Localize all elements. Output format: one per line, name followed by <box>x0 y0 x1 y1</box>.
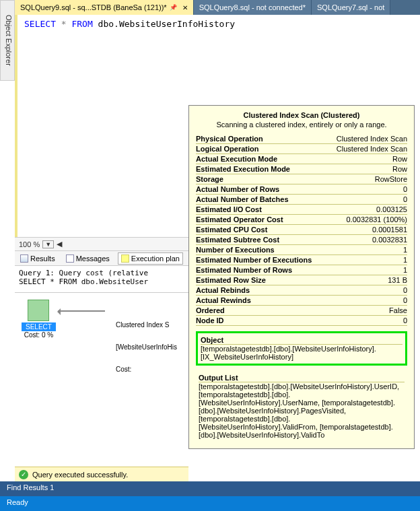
tooltip-row: Estimated Subtree Cost0.0032831 <box>196 235 407 245</box>
plan-node-tooltip: Clustered Index Scan (Clustered) Scannin… <box>188 105 415 449</box>
tooltip-row: Estimated Number of Rows1 <box>196 265 407 275</box>
message-icon <box>66 254 74 263</box>
property-value: RowStore <box>327 174 407 184</box>
property-key: Actual Number of Rows <box>196 184 327 195</box>
property-key: Estimated Execution Mode <box>196 164 327 174</box>
tooltip-row: Estimated Row Size131 B <box>196 275 407 285</box>
tooltip-row: Actual Rewinds0 <box>196 296 407 306</box>
property-value: 0 <box>327 195 407 205</box>
results-tab-bar: Results Messages Execution plan <box>15 250 188 265</box>
execution-plan-canvas[interactable]: SELECT Cost: 0 % Clustered Index S [Webs… <box>15 292 188 447</box>
property-value: Clustered Index Scan <box>327 144 407 154</box>
sql-star: * <box>61 19 67 29</box>
property-key: Estimated CPU Cost <box>196 225 327 235</box>
tab-messages[interactable]: Messages <box>63 253 112 264</box>
tooltip-row: Actual Number of Rows0 <box>196 184 407 195</box>
property-value: 0 <box>327 296 407 306</box>
pin-icon[interactable]: 📌 <box>170 4 177 11</box>
property-value: 131 B <box>327 275 407 285</box>
query-status-bar: ✓ Query executed successfully. <box>15 467 188 481</box>
property-value: 0 <box>327 184 407 195</box>
tooltip-row: Estimated Number of Executions1 <box>196 255 407 265</box>
status-text: Query executed successfully. <box>32 471 128 479</box>
property-key: Estimated I/O Cost <box>196 205 327 215</box>
sql-keyword: FROM <box>71 19 92 29</box>
section-body: [temporalstagetestdb].[dbo].[WebsiteUser… <box>199 382 405 439</box>
close-icon[interactable]: ✕ <box>182 4 188 11</box>
document-tab-bar: SQLQuery9.sql - sq...STDB (BaneSa (121))… <box>15 0 420 15</box>
property-key: Actual Execution Mode <box>196 154 327 164</box>
tab-label: Execution plan <box>131 254 180 263</box>
property-value: 0.003125 <box>327 205 407 215</box>
tooltip-output-section: Output List [temporalstagetestdb].[dbo].… <box>196 371 407 442</box>
tooltip-row: StorageRowStore <box>196 174 407 184</box>
sql-object: dbo.WebsiteUserInfoHistory <box>98 19 236 29</box>
tab-execution-plan[interactable]: Execution plan <box>118 252 183 265</box>
tooltip-row: Actual Execution ModeRow <box>196 154 407 164</box>
tooltip-row: Estimated Operator Cost0.0032831 (100%) <box>196 215 407 225</box>
property-value: 0.0032831 <box>327 235 407 245</box>
tab-label: SQLQuery8.sql - not connected* <box>199 3 306 11</box>
section-body: [temporalstagetestdb].[dbo].[WebsiteUser… <box>201 345 403 361</box>
tooltip-row: Physical OperationClustered Index Scan <box>196 134 407 144</box>
plan-node-select[interactable]: SELECT Cost: 0 % <box>22 300 56 339</box>
property-value: 0.0001581 <box>327 225 407 235</box>
tab-label: SQLQuery9.sql - sq...STDB (BaneSa (121))… <box>20 3 167 11</box>
select-node-icon <box>28 300 49 321</box>
tooltip-row: Logical OperationClustered Index Scan <box>196 144 407 154</box>
section-title: Object <box>201 336 403 345</box>
property-key: Storage <box>196 174 327 184</box>
property-key: Actual Rewinds <box>196 296 327 306</box>
property-key: Number of Executions <box>196 245 327 255</box>
tab-label: Results <box>30 254 55 263</box>
property-value: 1 <box>327 255 407 265</box>
select-label: SELECT <box>22 322 56 331</box>
tooltip-subtitle: Scanning a clustered index, entirely or … <box>196 121 407 129</box>
property-key: Estimated Number of Rows <box>196 265 327 275</box>
zoom-bar: 100 % ▼ ◀ <box>15 237 188 250</box>
tooltip-row: OrderedFalse <box>196 306 407 316</box>
property-value: Row <box>327 164 407 174</box>
property-key: Estimated Row Size <box>196 275 327 285</box>
property-key: Logical Operation <box>196 144 327 154</box>
scroll-left-icon[interactable]: ◀ <box>57 240 62 248</box>
section-title: Output List <box>199 374 405 382</box>
plan-node-scan-label: Clustered Index S [WebsiteUserInfoHis Co… <box>116 306 177 388</box>
sql-keyword: SELECT <box>24 19 56 29</box>
property-value: 1 <box>327 265 407 275</box>
property-key: Estimated Operator Cost <box>196 215 327 225</box>
find-results-panel[interactable]: Find Results 1 <box>0 481 420 496</box>
tooltip-properties-table: Physical OperationClustered Index ScanLo… <box>196 134 407 326</box>
zoom-dropdown-icon[interactable]: ▼ <box>42 240 54 248</box>
property-key: Ordered <box>196 306 327 316</box>
tooltip-row: Actual Number of Batches0 <box>196 195 407 205</box>
property-value: 0 <box>327 285 407 296</box>
property-key: Node ID <box>196 316 327 326</box>
tab-sqlquery7[interactable]: SQLQuery7.sql - not <box>312 0 390 15</box>
tooltip-row: Estimated Execution ModeRow <box>196 164 407 174</box>
property-key: Actual Number of Batches <box>196 195 327 205</box>
tab-sqlquery8[interactable]: SQLQuery8.sql - not connected* <box>194 0 312 15</box>
tooltip-row: Actual Rebinds0 <box>196 285 407 296</box>
tab-sqlquery9[interactable]: SQLQuery9.sql - sq...STDB (BaneSa (121))… <box>15 0 194 15</box>
property-key: Estimated Number of Executions <box>196 255 327 265</box>
zoom-value[interactable]: 100 % <box>19 240 40 248</box>
select-cost: Cost: 0 % <box>22 331 56 339</box>
tooltip-object-section: Object [temporalstagetestdb].[dbo].[Webs… <box>196 331 407 366</box>
object-explorer-tab[interactable]: Object Explorer <box>0 0 15 81</box>
query-header-text: Query 1: Query cost (relative SELECT * F… <box>15 265 188 292</box>
status-bar: Ready <box>0 496 420 511</box>
property-value: Clustered Index Scan <box>327 134 407 144</box>
tab-label: SQLQuery7.sql - not <box>317 3 384 11</box>
property-value: False <box>327 306 407 316</box>
property-key: Estimated Subtree Cost <box>196 235 327 245</box>
property-key: Physical Operation <box>196 134 327 144</box>
property-key: Actual Rebinds <box>196 285 327 296</box>
tooltip-row: Number of Executions1 <box>196 245 407 255</box>
property-value: 0 <box>327 316 407 326</box>
grid-icon <box>20 254 28 263</box>
check-icon: ✓ <box>19 470 28 479</box>
tab-results[interactable]: Results <box>18 253 58 264</box>
tooltip-row: Node ID0 <box>196 316 407 326</box>
tooltip-row: Estimated CPU Cost0.0001581 <box>196 225 407 235</box>
